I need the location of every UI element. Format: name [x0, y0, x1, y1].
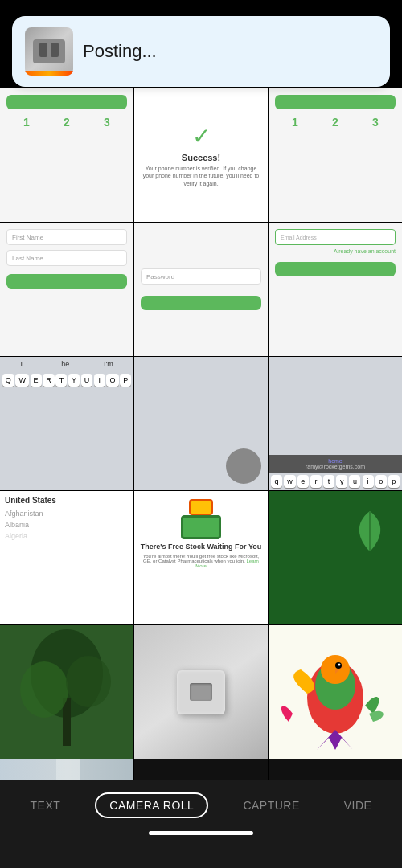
checkmark-icon: ✓ [192, 123, 211, 149]
tab-camera-roll[interactable]: CAMERA ROLL [95, 792, 208, 818]
step-1b: 1 [292, 116, 298, 129]
svg-point-10 [338, 664, 341, 666]
home-indicator [149, 831, 253, 835]
tab-text[interactable]: TEXT [21, 794, 71, 817]
key-o[interactable]: O [106, 374, 118, 387]
submit-btn-2[interactable] [275, 262, 396, 276]
email-input[interactable]: Email Address [275, 229, 396, 245]
plant-svg-1 [0, 625, 133, 759]
grid-cell-bird[interactable] [269, 625, 402, 759]
first-name-input[interactable]: First Name [6, 229, 127, 245]
selected-country[interactable]: United States [5, 496, 129, 505]
key-u[interactable]: U [81, 374, 93, 387]
country-item-3[interactable]: Algeria [5, 530, 129, 542]
key-q[interactable]: Q [2, 374, 14, 387]
country-item-2[interactable]: Albania [5, 519, 129, 530]
last-name-input[interactable]: Last Name [6, 250, 127, 266]
flame-bar [25, 71, 73, 76]
key-p2[interactable]: p [388, 475, 400, 488]
stocks-title: There's Free Stock Waiting For You [141, 542, 262, 552]
steps-row-2: 1 2 3 [275, 113, 396, 129]
home-label: home [328, 458, 343, 464]
grid-cell-green [269, 491, 402, 624]
leaf-icon [354, 507, 386, 555]
suggestion-the[interactable]: The [57, 360, 70, 368]
key-i2[interactable]: i [363, 475, 374, 488]
key-y2[interactable]: y [336, 475, 347, 488]
bird-art-svg [269, 625, 402, 759]
step-3a: 3 [104, 116, 110, 129]
tab-bar: TEXT CAMERA ROLL CAPTURE VIDE [0, 780, 402, 868]
stocks-coins-graphic [177, 499, 225, 539]
step-3b: 3 [372, 116, 379, 129]
step-1a: 1 [23, 116, 30, 129]
key-u2[interactable]: u [349, 475, 360, 488]
grid-cell-form1: 1 2 3 [0, 88, 133, 222]
switch-plate [177, 670, 225, 714]
grid-cell-empty-2 [269, 760, 402, 780]
switch-toggle [190, 683, 212, 701]
key-r[interactable]: R [43, 374, 55, 387]
svg-point-3 [20, 661, 68, 718]
stocks-text: You're almost there! You'll get free sto… [139, 554, 263, 568]
key-o2[interactable]: o [375, 475, 387, 488]
already-account-link[interactable]: Already have an account [275, 248, 396, 254]
success-text: Your phone number is verified. If you ch… [141, 165, 261, 186]
key-q2[interactable]: q [271, 475, 282, 488]
photo-grid: 1 2 3 ✓ Success! Your phone number is ve… [0, 88, 402, 780]
steps-row-1: 1 2 3 [6, 113, 127, 129]
grid-cell-countries: United States Afghanistan Albania Algeri… [0, 491, 133, 624]
keyboard-email-bar: home ramy@rocketgems.com [269, 455, 402, 473]
grid-cell-success: ✓ Success! Your phone number is verified… [134, 88, 268, 222]
suggestion-i[interactable]: I [20, 360, 23, 368]
suggestion-im[interactable]: I'm [104, 360, 113, 368]
grid-cell-plant1[interactable] [0, 625, 133, 759]
key-t2[interactable]: t [323, 475, 334, 488]
key-e2[interactable]: e [297, 475, 309, 488]
keyboard-row-qwerty: Q W E R T Y U I O P [0, 371, 133, 389]
continue-btn-1 [6, 95, 127, 109]
grid-cell-plant2[interactable] [0, 760, 133, 780]
step-2a: 2 [64, 116, 70, 129]
register-btn[interactable] [141, 296, 261, 310]
grid-cell-stocks: There's Free Stock Waiting For You You'r… [134, 491, 268, 624]
success-title: Success! [182, 153, 220, 162]
grid-cell-switch[interactable] [134, 625, 268, 759]
tab-items: TEXT CAMERA ROLL CAPTURE VIDE [0, 780, 402, 825]
grid-cell-gray-circle [134, 357, 268, 490]
svg-point-4 [66, 656, 111, 707]
bird-photo [269, 625, 402, 759]
country-item-1[interactable]: Afghanistan [5, 508, 129, 519]
email-autocomplete[interactable]: ramy@rocketgems.com [306, 464, 365, 469]
key-e[interactable]: E [31, 374, 42, 387]
key-w[interactable]: W [15, 374, 29, 387]
key-y[interactable]: Y [68, 374, 80, 387]
password-input[interactable]: Password [141, 268, 261, 285]
posting-card: Posting... [12, 16, 390, 87]
key-w2[interactable]: w [284, 475, 296, 488]
window-overlay [0, 760, 133, 780]
key-i[interactable]: I [94, 374, 105, 387]
tab-capture[interactable]: CAPTURE [233, 794, 309, 817]
step-2b: 2 [332, 116, 338, 129]
plant-photo-1 [0, 625, 133, 759]
continue-btn-2 [275, 95, 396, 109]
grid-cell-keyboard-1: I The I'm Q W E R T Y U I O P [0, 357, 133, 490]
coin-base [181, 515, 221, 539]
grid-cell-password: Password [134, 223, 268, 356]
submit-btn-1[interactable] [6, 274, 127, 289]
grid-cell-email-form: Email Address Already have an account [269, 223, 402, 356]
tab-video[interactable]: VIDE [334, 794, 382, 817]
keyboard-row-qwerty2: q w e r t y u i o p [269, 473, 402, 490]
key-p[interactable]: P [120, 374, 131, 387]
gray-circle-element [226, 448, 261, 484]
photo-grid-container: 1 2 3 ✓ Success! Your phone number is ve… [0, 88, 402, 780]
coin-top [189, 499, 213, 515]
grid-cell-form2: 1 2 3 [269, 88, 402, 222]
posting-label: Posting... [83, 41, 157, 62]
grid-cell-keyboard-2: home ramy@rocketgems.com q w e r t y u i… [269, 357, 402, 490]
switch-icon [33, 39, 65, 63]
key-r2[interactable]: r [310, 475, 322, 488]
keyboard-suggestions: I The I'm [0, 357, 133, 371]
key-t[interactable]: T [55, 374, 67, 387]
